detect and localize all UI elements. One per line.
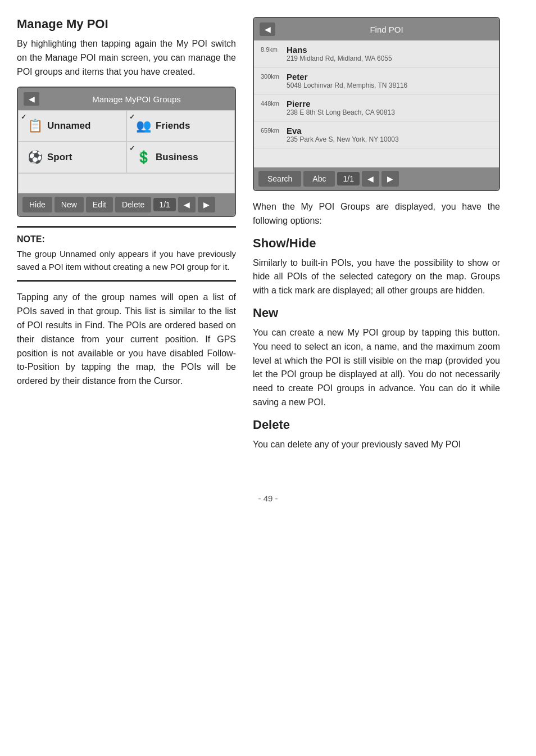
page-number-row: - 49 - (0, 477, 536, 512)
find-poi-page-info: 1/1 (337, 172, 359, 185)
poi-icon-business: 💲 (136, 150, 151, 165)
find-poi-toolbar: Search Abc 1/1 ◀ ▶ (254, 168, 499, 190)
poi-icon-sport: ⚽ (28, 150, 43, 165)
poi-edit-button[interactable]: Edit (86, 197, 113, 212)
poi-next-button[interactable]: ▶ (198, 197, 215, 212)
find-poi-prev-button[interactable]: ◀ (362, 171, 379, 187)
note-text: The group Unnamed only appears if you ha… (17, 248, 236, 273)
poi-result-hans[interactable]: 8.9km Hans 219 Midland Rd, Midland, WA 6… (254, 40, 499, 67)
note-box: NOTE: The group Unnamed only appears if … (17, 226, 236, 282)
poi-result-pierre[interactable]: 448km Pierre 238 E 8th St Long Beach, CA… (254, 94, 499, 121)
poi-addr-peter: 5048 Lochinvar Rd, Memphis, TN 38116 (287, 82, 407, 89)
poi-addr-pierre: 238 E 8th St Long Beach, CA 90813 (287, 108, 395, 116)
delete-text: You can delete any of your previously sa… (253, 438, 500, 452)
poi-page-info: 1/1 (153, 198, 175, 211)
poi-addr-eva: 235 Park Ave S, New York, NY 10003 (287, 135, 399, 143)
new-text: You can create a new My POI group by tap… (253, 326, 500, 410)
poi-spacer-row (18, 173, 235, 193)
poi-name-peter: Peter (287, 72, 407, 82)
poi-group-sport-label: Sport (47, 152, 72, 163)
delete-title: Delete (253, 418, 500, 432)
showhide-text: Similarly to built-in POIs, you have the… (253, 256, 500, 298)
poi-box-back-button[interactable]: ◀ (24, 92, 39, 106)
poi-result-list: 8.9km Hans 219 Midland Rd, Midland, WA 6… (254, 40, 499, 168)
manage-poi-title: Manage My POI (17, 17, 236, 31)
find-poi-box: ◀ Find POI 8.9km Hans 219 Midland Rd, Mi… (253, 17, 500, 191)
poi-hide-button[interactable]: Hide (22, 197, 52, 212)
poi-dist-eva: 659km (261, 126, 283, 143)
poi-group-friends-label: Friends (156, 120, 190, 132)
poi-addr-hans: 219 Midland Rd, Midland, WA 6055 (287, 55, 392, 62)
poi-new-button[interactable]: New (54, 197, 84, 212)
tick-unnamed: ✓ (21, 113, 26, 121)
poi-box-title: Manage MyPOI Groups (44, 94, 229, 104)
find-poi-title: Find POI (280, 25, 493, 34)
poi-toolbar: Hide New Edit Delete 1/1 ◀ ▶ (18, 193, 235, 216)
poi-group-business-label: Business (156, 152, 198, 163)
tick-business: ✓ (129, 144, 135, 152)
find-poi-header: ◀ Find POI (254, 18, 499, 40)
note-title: NOTE: (17, 234, 236, 245)
poi-box-header: ◀ Manage MyPOI Groups (18, 88, 235, 110)
poi-name-pierre: Pierre (287, 99, 395, 108)
poi-group-sport[interactable]: ⚽ Sport (18, 142, 126, 173)
poi-group-unnamed[interactable]: ✓ 📋 Unnamed (18, 110, 126, 142)
body-text-2: Tapping any of the group names will open… (17, 291, 236, 388)
poi-dist-peter: 300km (261, 72, 283, 89)
find-poi-search-button[interactable]: Search (258, 171, 301, 187)
poi-dist-pierre: 448km (261, 99, 283, 116)
new-title: New (253, 306, 500, 320)
poi-icon-unnamed: 📋 (28, 119, 43, 133)
find-poi-next-button[interactable]: ▶ (381, 171, 399, 187)
showhide-title: Show/Hide (253, 236, 500, 251)
find-poi-back-button[interactable]: ◀ (260, 22, 275, 36)
poi-prev-button[interactable]: ◀ (178, 197, 196, 212)
intro-text: By highlighting then tapping again the M… (17, 37, 236, 79)
poi-groups-grid: ✓ 📋 Unnamed ✓ 👥 Friends ⚽ Sport ✓ (18, 110, 235, 193)
poi-dist-hans: 8.9km (261, 45, 283, 62)
manage-poi-groups-box: ◀ Manage MyPOI Groups ✓ 📋 Unnamed ✓ 👥 Fr… (17, 87, 236, 217)
poi-icon-friends: 👥 (136, 119, 151, 133)
poi-group-friends[interactable]: ✓ 👥 Friends (126, 110, 235, 142)
page-number: - 49 - (0, 494, 536, 509)
poi-delete-button[interactable]: Delete (115, 197, 151, 212)
poi-name-hans: Hans (287, 45, 392, 55)
find-poi-abc-button[interactable]: Abc (303, 171, 335, 187)
when-text: When the My POI Groups are displayed, yo… (253, 200, 500, 228)
find-poi-spacer (254, 148, 499, 168)
poi-name-eva: Eva (287, 126, 399, 135)
poi-group-unnamed-label: Unnamed (47, 120, 90, 132)
poi-group-business[interactable]: ✓ 💲 Business (126, 142, 235, 173)
poi-result-eva[interactable]: 659km Eva 235 Park Ave S, New York, NY 1… (254, 121, 499, 148)
tick-friends: ✓ (129, 113, 135, 121)
poi-result-peter[interactable]: 300km Peter 5048 Lochinvar Rd, Memphis, … (254, 67, 499, 94)
